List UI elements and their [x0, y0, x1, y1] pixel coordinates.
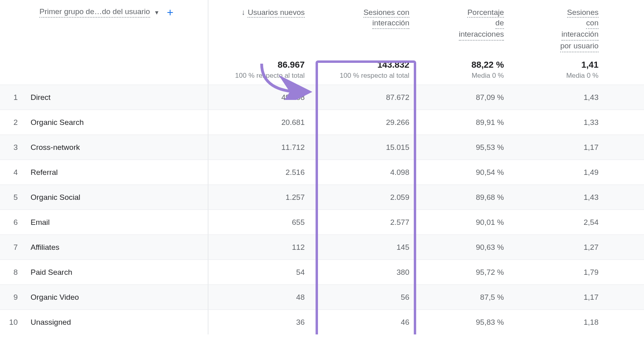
row-index: 10: [0, 318, 24, 327]
row-channel-name[interactable]: Organic Search: [24, 118, 209, 127]
cell-new-users: 49.888: [209, 93, 312, 102]
sort-down-icon: ↓: [242, 8, 246, 17]
table-row[interactable]: 1Direct49.88887.67287,09 %1,43: [0, 85, 644, 110]
table-body: 1Direct49.88887.67287,09 %1,432Organic S…: [0, 85, 644, 334]
cell-new-users: 2.516: [209, 168, 312, 177]
cell-new-users: 112: [209, 243, 312, 252]
cell-engaged-sessions: 46: [312, 318, 417, 327]
cell-new-users: 36: [209, 318, 312, 327]
row-channel-name[interactable]: Email: [24, 218, 209, 227]
table-row[interactable]: 10Unassigned364695,83 %1,18: [0, 309, 644, 334]
row-channel-name[interactable]: Paid Search: [24, 268, 209, 277]
cell-engaged-sessions-per-user: 2,54: [511, 218, 606, 227]
column-header-engaged-sessions[interactable]: Sesiones con interacción: [312, 7, 417, 29]
total-new-users: 86.967 100 % respecto al total: [209, 60, 312, 80]
add-dimension-button[interactable]: +: [163, 8, 173, 17]
row-index: 7: [0, 243, 24, 252]
cell-engagement-rate: 87,5 %: [417, 293, 511, 302]
row-index: 6: [0, 218, 24, 227]
row-index: 5: [0, 193, 24, 202]
column-divider: [208, 0, 208, 334]
row-index: 3: [0, 143, 24, 152]
cell-new-users: 11.712: [209, 143, 312, 152]
table-row[interactable]: 6Email6552.57790,01 %2,54: [0, 210, 644, 234]
cell-engaged-sessions-per-user: 1,27: [511, 243, 606, 252]
cell-engaged-sessions: 2.059: [312, 193, 417, 202]
cell-engaged-sessions: 145: [312, 243, 417, 252]
totals-row: 86.967 100 % respecto al total 143.832 1…: [0, 52, 644, 85]
cell-engaged-sessions: 380: [312, 268, 417, 277]
cell-engagement-rate: 87,09 %: [417, 93, 511, 102]
cell-engagement-rate: 90,54 %: [417, 168, 511, 177]
table-row[interactable]: 8Paid Search5438095,72 %1,79: [0, 259, 644, 284]
row-index: 8: [0, 268, 24, 277]
cell-engagement-rate: 95,53 %: [417, 143, 511, 152]
row-channel-name[interactable]: Direct: [24, 93, 209, 102]
analytics-table: Primer grupo de…do del usuario ▼ + ↓Usua…: [0, 0, 644, 334]
cell-engaged-sessions-per-user: 1,49: [511, 168, 606, 177]
cell-engaged-sessions: 4.098: [312, 168, 417, 177]
row-channel-name[interactable]: Organic Video: [24, 293, 209, 302]
row-channel-name[interactable]: Unassigned: [24, 318, 209, 327]
cell-engagement-rate: 89,91 %: [417, 118, 511, 127]
cell-engaged-sessions-per-user: 1,43: [511, 193, 606, 202]
cell-engagement-rate: 90,01 %: [417, 218, 511, 227]
table-row[interactable]: 7Affiliates11214590,63 %1,27: [0, 234, 644, 259]
table-row[interactable]: 2Organic Search20.68129.26689,91 %1,33: [0, 110, 644, 135]
cell-engagement-rate: 89,68 %: [417, 193, 511, 202]
cell-engagement-rate: 95,83 %: [417, 318, 511, 327]
row-channel-name[interactable]: Affiliates: [24, 243, 209, 252]
row-channel-name[interactable]: Organic Social: [24, 193, 209, 202]
column-header-new-users[interactable]: ↓Usuarios nuevos: [209, 7, 312, 18]
total-engagement-rate: 88,22 % Media 0 %: [417, 60, 511, 80]
cell-engaged-sessions: 29.266: [312, 118, 417, 127]
table-row[interactable]: 3Cross-network11.71215.01595,53 %1,17: [0, 135, 644, 160]
table-row[interactable]: 9Organic Video485687,5 %1,17: [0, 284, 644, 309]
cell-engaged-sessions: 87.672: [312, 93, 417, 102]
row-index: 9: [0, 293, 24, 302]
cell-engaged-sessions-per-user: 1,33: [511, 118, 606, 127]
dimension-label: Primer grupo de…do del usuario: [39, 7, 150, 18]
total-engaged-sessions-per-user: 1,41 Media 0 %: [511, 60, 606, 80]
row-index: 4: [0, 168, 24, 177]
cell-engaged-sessions: 15.015: [312, 143, 417, 152]
cell-engagement-rate: 90,63 %: [417, 243, 511, 252]
cell-engaged-sessions-per-user: 1,18: [511, 318, 606, 327]
column-header-engaged-sessions-per-user[interactable]: Sesiones con interacción por usuario: [511, 7, 606, 52]
cell-new-users: 655: [209, 218, 312, 227]
cell-engaged-sessions: 2.577: [312, 218, 417, 227]
row-channel-name[interactable]: Cross-network: [24, 143, 209, 152]
cell-new-users: 48: [209, 293, 312, 302]
cell-new-users: 1.257: [209, 193, 312, 202]
cell-new-users: 20.681: [209, 118, 312, 127]
total-engaged-sessions: 143.832 100 % respecto al total: [312, 60, 417, 80]
cell-engaged-sessions: 56: [312, 293, 417, 302]
cell-engaged-sessions-per-user: 1,43: [511, 93, 606, 102]
table-header-row: Primer grupo de…do del usuario ▼ + ↓Usua…: [0, 0, 644, 52]
cell-engaged-sessions-per-user: 1,17: [511, 293, 606, 302]
cell-new-users: 54: [209, 268, 312, 277]
cell-engaged-sessions-per-user: 1,17: [511, 143, 606, 152]
chevron-down-icon[interactable]: ▼: [154, 9, 160, 16]
row-index: 2: [0, 118, 24, 127]
table-row[interactable]: 4Referral2.5164.09890,54 %1,49: [0, 160, 644, 185]
dimension-header[interactable]: Primer grupo de…do del usuario ▼ +: [0, 7, 209, 18]
column-header-engagement-rate[interactable]: Porcentaje de interacciones: [417, 7, 511, 41]
cell-engagement-rate: 95,72 %: [417, 268, 511, 277]
row-index: 1: [0, 93, 24, 102]
row-channel-name[interactable]: Referral: [24, 168, 209, 177]
cell-engaged-sessions-per-user: 1,79: [511, 268, 606, 277]
table-row[interactable]: 5Organic Social1.2572.05989,68 %1,43: [0, 185, 644, 210]
